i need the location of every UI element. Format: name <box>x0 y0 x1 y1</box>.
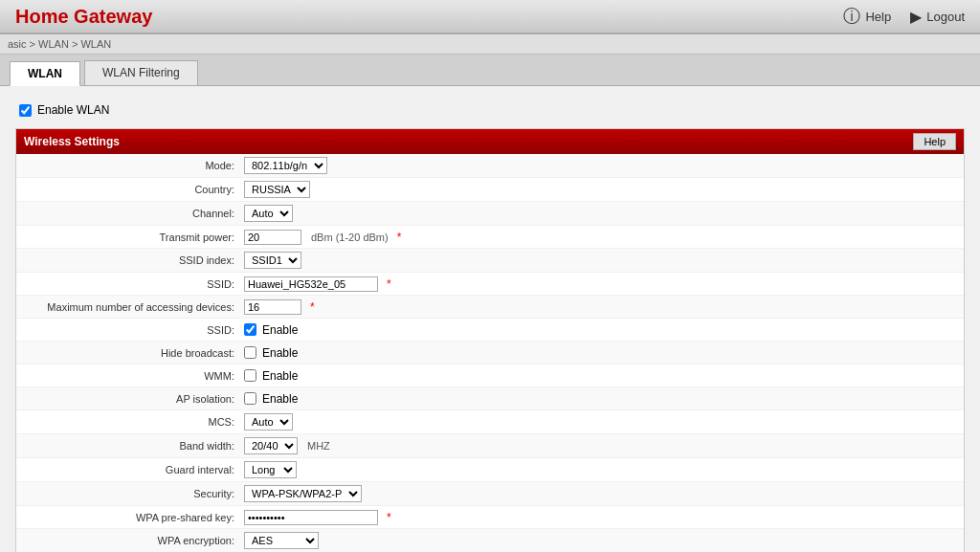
ssid-enable-field: Enable <box>244 323 298 337</box>
channel-field: Auto123611 <box>244 205 293 222</box>
mcs-field: Auto0123 <box>244 413 293 431</box>
wpa-key-required: * <box>387 511 391 524</box>
wmm-label: WMM: <box>24 370 244 382</box>
mcs-row: MCS: Auto0123 <box>16 410 964 434</box>
wpa-encryption-select[interactable]: AESTKIPAES/TKIP <box>244 532 319 549</box>
logout-icon: ▶ <box>910 8 922 26</box>
hide-broadcast-field: Enable <box>244 346 298 360</box>
wpa-key-field: * <box>244 510 391 525</box>
help-button[interactable]: ⓘ Help <box>843 5 891 28</box>
ssid-index-select[interactable]: SSID1SSID2SSID3SSID4 <box>244 252 301 269</box>
mcs-label: MCS: <box>24 416 244 428</box>
transmit-power-unit: dBm (1-20 dBm) <box>311 232 389 243</box>
wireless-settings-title: Wireless Settings <box>24 135 120 148</box>
header: Home Gateway ⓘ Help ▶ Logout <box>0 0 980 34</box>
hide-broadcast-label: Hide broadcast: <box>24 347 244 359</box>
wpa-key-label: WPA pre-shared key: <box>24 512 244 523</box>
security-field: WPA-PSK/WPA2-PNoneWEPWPA-PSKWPA2-PSK <box>244 485 362 502</box>
security-row: Security: WPA-PSK/WPA2-PNoneWEPWPA-PSKWP… <box>16 482 964 506</box>
wireless-settings-help-button[interactable]: Help <box>913 133 956 150</box>
tabs: WLAN WLAN Filtering <box>0 55 980 86</box>
transmit-power-field: dBm (1-20 dBm) * <box>244 230 401 245</box>
transmit-power-required: * <box>397 231 402 244</box>
ap-isolation-row: AP isolation: Enable <box>16 387 964 410</box>
ssid-index-field: SSID1SSID2SSID3SSID4 <box>244 252 301 269</box>
max-devices-required: * <box>310 300 315 314</box>
header-actions: ⓘ Help ▶ Logout <box>843 5 965 28</box>
tab-wlan-filtering[interactable]: WLAN Filtering <box>84 60 198 85</box>
wireless-settings-panel: Wireless Settings Help Mode: 802.11b/g/n… <box>15 128 965 552</box>
max-devices-field: * <box>244 299 315 315</box>
band-width-label: Band width: <box>24 440 244 452</box>
hide-broadcast-row: Hide broadcast: Enable <box>16 342 964 364</box>
wmm-row: WMM: Enable <box>16 364 964 387</box>
hide-broadcast-checkbox[interactable] <box>244 346 256 359</box>
wmm-checkbox-label: Enable <box>262 369 298 383</box>
channel-row: Channel: Auto123611 <box>16 202 964 226</box>
wpa-key-row: WPA pre-shared key: * <box>16 506 964 529</box>
country-field: RUSSIA USA EU <box>244 181 310 198</box>
country-label: Country: <box>24 184 244 195</box>
band-width-select[interactable]: 20/4020 <box>244 437 298 454</box>
ssid-input[interactable] <box>244 276 378 292</box>
ap-isolation-field: Enable <box>244 392 298 406</box>
enable-wlan-checkbox[interactable] <box>19 104 32 117</box>
breadcrumb: asic > WLAN > WLAN <box>0 34 980 55</box>
wmm-checkbox[interactable] <box>244 369 256 382</box>
max-devices-input[interactable] <box>244 299 301 315</box>
app-title: Home Gateway <box>15 6 152 28</box>
help-icon: ⓘ <box>843 5 860 28</box>
wmm-field: Enable <box>244 369 298 383</box>
ap-isolation-label: AP isolation: <box>24 393 244 405</box>
ssid-index-row: SSID index: SSID1SSID2SSID3SSID4 <box>16 249 964 273</box>
logout-button[interactable]: ▶ Logout <box>910 8 965 26</box>
band-width-unit: MHZ <box>307 440 330 452</box>
security-select[interactable]: WPA-PSK/WPA2-PNoneWEPWPA-PSKWPA2-PSK <box>244 485 362 502</box>
mode-label: Mode: <box>24 160 244 171</box>
ssid-enable-checkbox[interactable] <box>244 323 256 336</box>
guard-interval-select[interactable]: LongShortAuto <box>244 461 297 478</box>
wpa-key-input[interactable] <box>244 510 378 525</box>
wpa-encryption-row: WPA encryption: AESTKIPAES/TKIP <box>16 529 964 552</box>
ssid-label: SSID: <box>24 278 244 290</box>
country-select[interactable]: RUSSIA USA EU <box>244 181 310 198</box>
transmit-power-row: Transmit power: dBm (1-20 dBm) * <box>16 226 964 249</box>
transmit-power-input[interactable] <box>244 230 301 245</box>
ap-isolation-checkbox[interactable] <box>244 392 256 405</box>
channel-select[interactable]: Auto123611 <box>244 205 293 222</box>
ssid-enable-label: SSID: <box>24 324 244 336</box>
hide-broadcast-checkbox-label: Enable <box>262 346 298 360</box>
country-row: Country: RUSSIA USA EU <box>16 178 964 202</box>
mode-row: Mode: 802.11b/g/n 802.11b/g 802.11n <box>16 154 964 178</box>
wpa-encryption-label: WPA encryption: <box>24 535 244 546</box>
enable-wlan-row: Enable WLAN <box>15 96 965 124</box>
guard-interval-field: LongShortAuto <box>244 461 297 478</box>
security-label: Security: <box>24 488 244 499</box>
ssid-required: * <box>387 277 391 291</box>
channel-label: Channel: <box>24 208 244 219</box>
enable-wlan-label: Enable WLAN <box>37 103 109 117</box>
ssid-index-label: SSID index: <box>24 254 244 266</box>
tab-wlan[interactable]: WLAN <box>10 61 80 86</box>
band-width-field: 20/4020 MHZ <box>244 437 330 454</box>
guard-interval-row: Guard interval: LongShortAuto <box>16 458 964 482</box>
wpa-encryption-field: AESTKIPAES/TKIP <box>244 532 319 549</box>
main-content: Enable WLAN Wireless Settings Help Mode:… <box>0 86 980 552</box>
max-devices-label: Maximum number of accessing devices: <box>24 301 244 313</box>
band-width-row: Band width: 20/4020 MHZ <box>16 434 964 458</box>
ssid-enable-checkbox-label: Enable <box>262 323 298 337</box>
mode-field: 802.11b/g/n 802.11b/g 802.11n <box>244 157 327 174</box>
ap-isolation-checkbox-label: Enable <box>262 392 298 406</box>
ssid-field: * <box>244 276 391 292</box>
mcs-select[interactable]: Auto0123 <box>244 413 293 431</box>
mode-select[interactable]: 802.11b/g/n 802.11b/g 802.11n <box>244 157 327 174</box>
ssid-enable-row: SSID: Enable <box>16 319 964 342</box>
max-devices-row: Maximum number of accessing devices: * <box>16 296 964 319</box>
transmit-power-label: Transmit power: <box>24 232 244 243</box>
guard-interval-label: Guard interval: <box>24 464 244 475</box>
wireless-settings-header: Wireless Settings Help <box>16 129 964 154</box>
ssid-row: SSID: * <box>16 273 964 296</box>
